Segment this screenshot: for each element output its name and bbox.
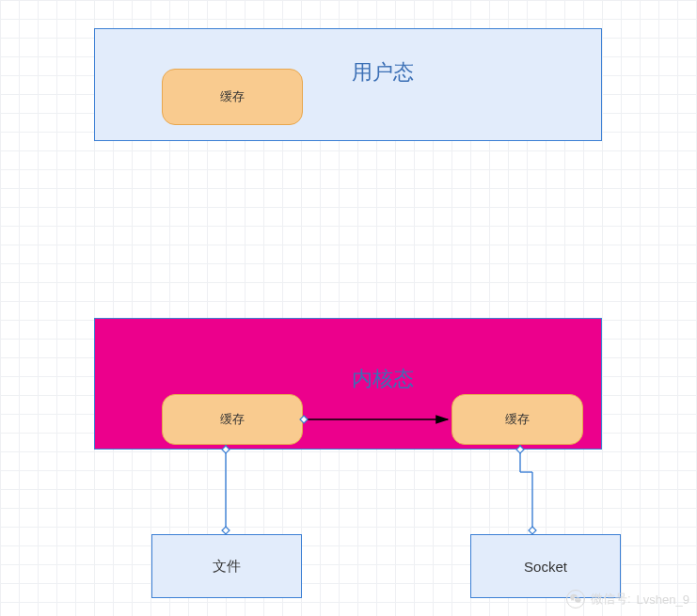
kernel-cache-left-box: 缓存 — [162, 394, 303, 445]
socket-box: Socket — [470, 534, 621, 598]
diamond-conn-file-top — [222, 527, 230, 534]
watermark-id: Lvshen_9 — [637, 592, 689, 607]
user-cache-box: 缓存 — [162, 69, 303, 125]
watermark-prefix: 微信号: — [591, 591, 631, 608]
user-space-title: 用户态 — [352, 58, 414, 87]
file-box: 文件 — [151, 534, 302, 598]
wechat-icon — [566, 590, 585, 608]
watermark: 微信号: Lvshen_9 — [566, 590, 689, 608]
diagram-canvas: 用户态 缓存 内核态 缓存 缓存 文件 Socket 微信号: Lvsh — [0, 0, 697, 616]
kernel-cache-right-box: 缓存 — [451, 394, 583, 445]
kernel-space-title: 内核态 — [352, 365, 414, 393]
diamond-conn-socket-top — [529, 527, 536, 534]
